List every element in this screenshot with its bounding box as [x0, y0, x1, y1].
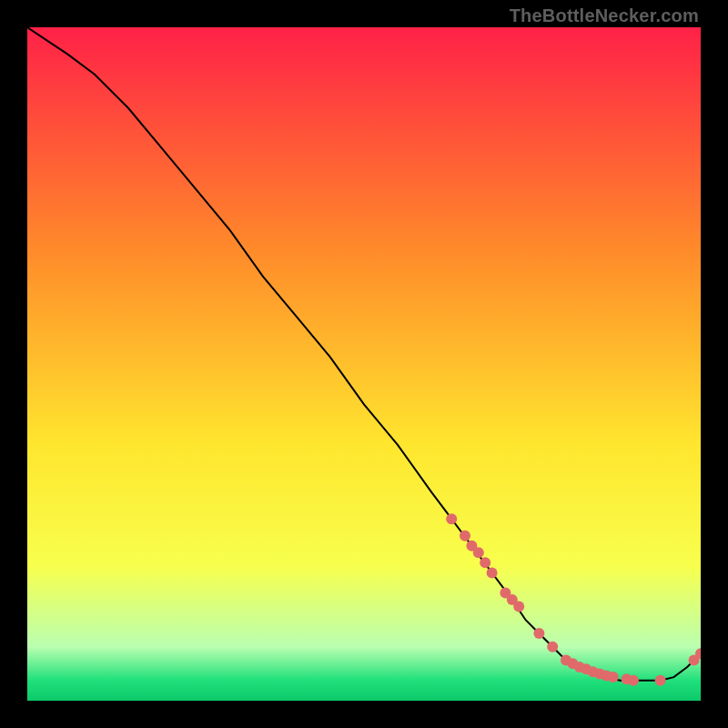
- plot-svg: [27, 27, 701, 701]
- data-point: [655, 675, 666, 686]
- gradient-bg: [27, 27, 701, 701]
- data-point: [608, 672, 619, 682]
- data-point: [513, 601, 524, 612]
- plot-area: [27, 27, 701, 701]
- data-point: [473, 547, 484, 558]
- data-point: [533, 628, 544, 639]
- data-point: [460, 531, 470, 541]
- watermark-text: TheBottleNecker.com: [510, 5, 699, 26]
- chart-stage: TheBottleNecker.com: [0, 0, 728, 728]
- data-point: [547, 642, 558, 652]
- data-point: [628, 675, 639, 686]
- data-point: [487, 567, 498, 578]
- data-point: [446, 513, 457, 524]
- data-point: [480, 557, 490, 568]
